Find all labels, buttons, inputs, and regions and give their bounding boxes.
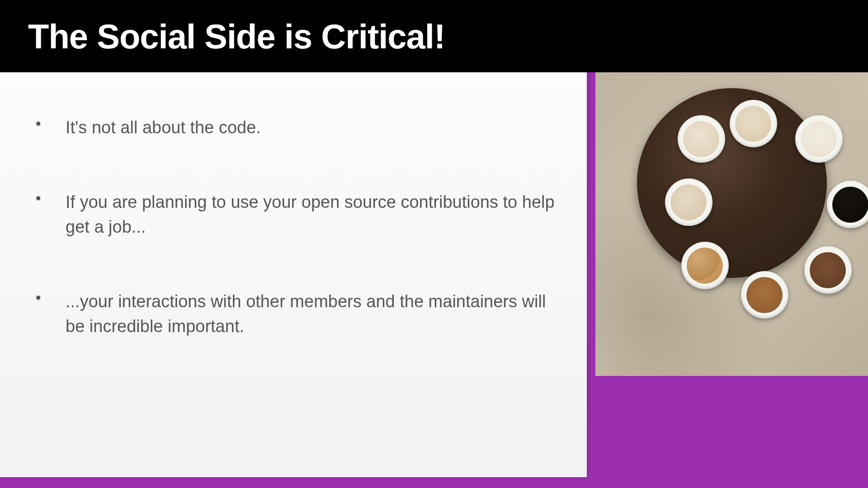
coffee-cup-icon xyxy=(804,246,852,294)
coffee-cup-icon xyxy=(681,242,729,289)
coffee-cup-icon xyxy=(795,115,843,163)
slide-header: The Social Side is Critical! xyxy=(0,0,868,72)
coffee-cup-icon xyxy=(665,178,712,226)
bullet-item: If you are planning to use your open sou… xyxy=(32,190,555,239)
content-panel: It's not all about the code. If you are … xyxy=(0,72,587,477)
bullet-item: ...your interactions with other members … xyxy=(32,289,555,339)
slide-title: The Social Side is Critical! xyxy=(28,17,445,56)
bullet-list: It's not all about the code. If you are … xyxy=(32,115,555,339)
coffee-cup-icon xyxy=(678,115,725,163)
decorative-image xyxy=(595,72,868,376)
bullet-item: It's not all about the code. xyxy=(32,115,555,140)
coffee-cup-icon xyxy=(741,271,788,319)
coffee-cup-icon xyxy=(730,100,777,147)
table-surface xyxy=(637,88,827,278)
